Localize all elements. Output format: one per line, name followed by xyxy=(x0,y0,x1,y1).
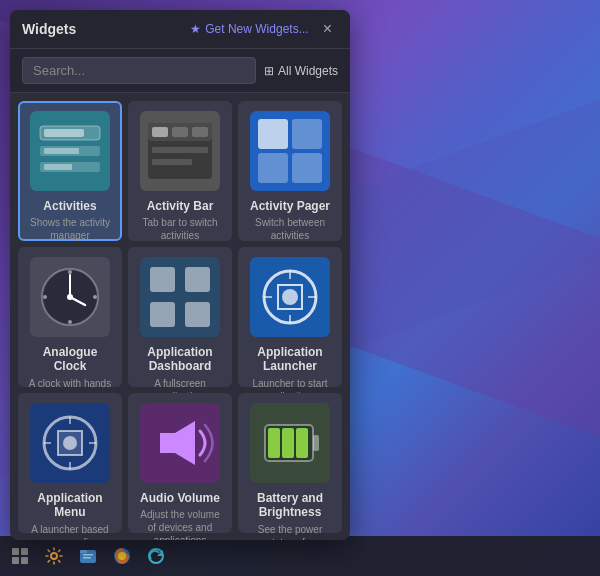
widget-name-application-dashboard: Application Dashboard xyxy=(136,345,224,374)
svg-rect-58 xyxy=(21,548,28,555)
widget-item-application-dashboard[interactable]: Application DashboardA fullscreen applic… xyxy=(128,247,232,387)
svg-rect-12 xyxy=(172,127,188,137)
widget-name-analogue-clock: Analogue Clock xyxy=(26,345,114,374)
widget-item-activity-pager[interactable]: Activity PagerSwitch between activities xyxy=(238,101,342,241)
widget-name-application-menu: Application Menu xyxy=(26,491,114,520)
widget-desc-analogue-clock: A clock with hands xyxy=(29,377,111,390)
svg-rect-17 xyxy=(258,119,288,149)
widget-desc-application-menu: A launcher based on cascading popup menu… xyxy=(26,523,114,540)
grid-icon: ⊞ xyxy=(264,64,274,78)
widget-icon-battery-brightness xyxy=(250,403,330,483)
widget-icon-application-launcher xyxy=(250,257,330,337)
close-button[interactable]: × xyxy=(317,18,338,40)
panel-header: Widgets ★ Get New Widgets... × xyxy=(10,10,350,49)
widget-name-battery-brightness: Battery and Brightness xyxy=(246,491,334,520)
widget-desc-activity-bar: Tab bar to switch activities xyxy=(136,216,224,242)
widget-icon-activity-bar xyxy=(140,111,220,191)
widget-item-analogue-clock[interactable]: Analogue ClockA clock with hands xyxy=(18,247,122,387)
svg-rect-59 xyxy=(12,557,19,564)
svg-rect-57 xyxy=(12,548,19,555)
widget-item-battery-brightness[interactable]: Battery and BrightnessSee the power stat… xyxy=(238,393,342,533)
widget-desc-battery-brightness: See the power status of... xyxy=(246,523,334,540)
widget-item-audio-volume[interactable]: Audio VolumeAdjust the volume of devices… xyxy=(128,393,232,533)
svg-rect-3 xyxy=(44,129,84,137)
widget-icon-application-menu xyxy=(30,403,110,483)
taskbar-settings-icon[interactable] xyxy=(38,540,70,572)
svg-point-44 xyxy=(63,436,77,450)
svg-rect-19 xyxy=(258,153,288,183)
svg-rect-5 xyxy=(44,148,79,154)
widget-name-audio-volume: Audio Volume xyxy=(140,491,220,505)
widget-name-activity-bar: Activity Bar xyxy=(147,199,214,213)
taskbar-refresh-icon[interactable] xyxy=(140,540,172,572)
svg-point-37 xyxy=(282,289,298,305)
widget-icon-activities xyxy=(30,111,110,191)
taskbar xyxy=(0,536,600,576)
svg-rect-14 xyxy=(152,147,208,153)
svg-point-29 xyxy=(93,295,97,299)
widget-item-activities[interactable]: ActivitiesShows the activity manager xyxy=(18,101,122,241)
widget-desc-audio-volume: Adjust the volume of devices and applica… xyxy=(136,508,224,540)
header-right: ★ Get New Widgets... × xyxy=(190,18,338,40)
svg-rect-7 xyxy=(44,164,72,170)
svg-point-26 xyxy=(68,270,72,274)
svg-rect-20 xyxy=(292,153,322,183)
taskbar-firefox-icon[interactable] xyxy=(106,540,138,572)
svg-rect-13 xyxy=(192,127,208,137)
taskbar-files-icon[interactable] xyxy=(72,540,104,572)
svg-point-28 xyxy=(43,295,47,299)
widget-name-application-launcher: Application Launcher xyxy=(246,345,334,374)
widget-desc-activity-pager: Switch between activities xyxy=(246,216,334,242)
widget-desc-activities: Shows the activity manager xyxy=(26,216,114,242)
search-bar: ⊞ All Widgets xyxy=(10,49,350,93)
widget-icon-analogue-clock xyxy=(30,257,110,337)
svg-rect-34 xyxy=(185,302,210,327)
svg-rect-54 xyxy=(268,428,280,458)
widget-item-activity-bar[interactable]: Activity BarTab bar to switch activities xyxy=(128,101,232,241)
svg-rect-11 xyxy=(152,127,168,137)
get-widgets-link[interactable]: ★ Get New Widgets... xyxy=(190,22,308,36)
taskbar-start-icon[interactable] xyxy=(4,540,36,572)
svg-rect-32 xyxy=(185,267,210,292)
svg-rect-31 xyxy=(150,267,175,292)
all-widgets-button[interactable]: ⊞ All Widgets xyxy=(264,64,338,78)
panel-title: Widgets xyxy=(22,21,76,37)
svg-rect-53 xyxy=(313,435,319,451)
widget-item-application-launcher[interactable]: Application LauncherLauncher to start ap… xyxy=(238,247,342,387)
search-input[interactable] xyxy=(22,57,256,84)
svg-rect-33 xyxy=(150,302,175,327)
widget-icon-application-dashboard xyxy=(140,257,220,337)
svg-point-25 xyxy=(67,294,73,300)
svg-rect-63 xyxy=(80,550,87,553)
widget-name-activity-pager: Activity Pager xyxy=(250,199,330,213)
widget-icon-audio-volume xyxy=(140,403,220,483)
svg-point-61 xyxy=(51,553,57,559)
svg-point-27 xyxy=(68,320,72,324)
widgets-grid: ActivitiesShows the activity manager Act… xyxy=(10,93,350,540)
svg-rect-60 xyxy=(21,557,28,564)
svg-rect-55 xyxy=(282,428,294,458)
svg-rect-65 xyxy=(83,557,91,559)
widget-icon-activity-pager xyxy=(250,111,330,191)
svg-rect-56 xyxy=(296,428,308,458)
svg-point-67 xyxy=(118,552,126,560)
star-icon: ★ xyxy=(190,22,201,36)
svg-rect-64 xyxy=(83,554,93,556)
svg-rect-18 xyxy=(292,119,322,149)
widgets-panel: Widgets ★ Get New Widgets... × ⊞ All Wid… xyxy=(10,10,350,540)
svg-rect-15 xyxy=(152,159,192,165)
widget-name-activities: Activities xyxy=(43,199,96,213)
widget-item-application-menu[interactable]: Application MenuA launcher based on casc… xyxy=(18,393,122,533)
